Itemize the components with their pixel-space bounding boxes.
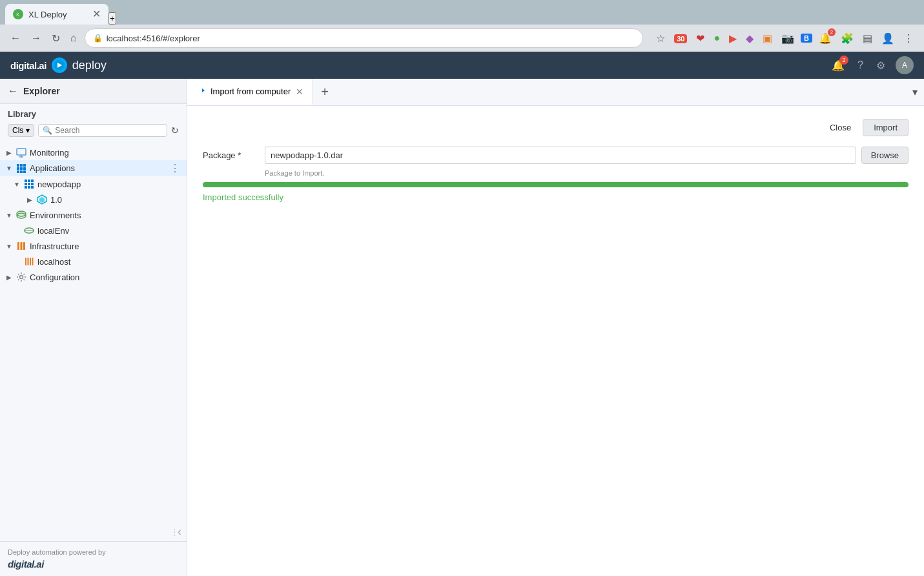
back-button[interactable]: ← — [8, 30, 23, 46]
lock-icon: 🔒 — [93, 34, 103, 43]
svg-rect-38 — [32, 258, 34, 265]
tree-toggle-environments: ▼ — [5, 211, 13, 219]
refresh-button[interactable]: ↻ — [171, 125, 179, 136]
tree-item-environments[interactable]: ▼ Environments — [0, 207, 187, 223]
package-label: Package * — [203, 150, 254, 160]
app-header: digital.ai deploy 🔔 2 ? ⚙ A — [0, 52, 924, 79]
success-message-wrap: Imported successfully — [203, 192, 909, 202]
infrastructure-label: Infrastructure — [30, 242, 181, 251]
svg-rect-20 — [28, 183, 30, 185]
cls-dropdown[interactable]: Cls ▾ — [8, 124, 34, 137]
svg-rect-19 — [25, 183, 27, 185]
content-panel: Close Import Package * Browse Package to… — [187, 106, 924, 576]
svg-rect-17 — [28, 180, 30, 182]
sidebar-title: Explorer — [23, 86, 60, 96]
tree-toggle-applications: ▼ — [5, 165, 13, 172]
browser-tab-title: XL Deploy — [28, 10, 67, 19]
tree-item-localhost[interactable]: localhost — [0, 254, 187, 269]
puzzle-button[interactable]: 🧩 — [838, 30, 856, 47]
applications-more-button[interactable]: ⋮ — [169, 162, 181, 174]
tab-import[interactable]: Import from computer ✕ — [187, 79, 313, 105]
import-button[interactable]: Import — [863, 119, 909, 136]
progress-bar — [203, 182, 909, 187]
search-input[interactable] — [55, 126, 163, 135]
environments-icon — [15, 209, 27, 221]
browser-tab[interactable]: X XL Deploy ✕ — [5, 4, 108, 25]
tab-close-button[interactable]: ✕ — [296, 87, 303, 96]
tree-item-localenv[interactable]: localEnv — [0, 223, 187, 238]
add-tab-button[interactable]: + — [313, 85, 336, 99]
new-tab-button[interactable]: + — [108, 12, 116, 25]
search-icon: 🔍 — [43, 126, 52, 135]
sidebar-header: ← Explorer — [0, 79, 187, 104]
ext5-button[interactable]: ▣ — [760, 30, 775, 47]
svg-rect-21 — [31, 183, 34, 185]
svg-rect-14 — [20, 170, 23, 173]
localenv-icon — [23, 225, 35, 236]
sidebar-toggle-button[interactable]: ▤ — [860, 30, 875, 47]
address-bar[interactable]: 🔒 localhost:4516/#/explorer — [85, 28, 643, 48]
applications-icon — [15, 163, 27, 174]
monitoring-label: Monitoring — [30, 148, 181, 158]
svg-rect-9 — [23, 164, 26, 167]
svg-point-39 — [20, 276, 23, 279]
tab-overflow-button[interactable]: ▾ — [906, 86, 924, 98]
library-tree: ▶ Monitoring ▼ — [0, 142, 187, 522]
camera-button[interactable]: 📷 — [779, 30, 797, 47]
browser-chrome: X XL Deploy ✕ + ← → ↻ ⌂ 🔒 localhost:4516… — [0, 0, 924, 52]
sidebar-footer: Deploy automation powered by digital.ai — [0, 541, 187, 576]
settings-icon-button[interactable]: ⚙ — [874, 57, 888, 74]
resize-area: ‹ ⋮ — [0, 522, 187, 541]
help-icon-button[interactable]: ? — [855, 57, 866, 74]
footer-powered-by-text: Deploy automation powered by — [8, 548, 179, 556]
package-form-row: Package * Browse — [203, 147, 909, 164]
chrome-ext-button[interactable]: ● — [711, 30, 723, 46]
infrastructure-icon — [15, 240, 27, 252]
svg-marker-40 — [197, 88, 205, 92]
tree-item-1-0[interactable]: ▶ 1.0 — [0, 192, 187, 207]
forward-button[interactable]: → — [28, 30, 44, 46]
youtube-button[interactable]: ▶ — [726, 30, 739, 47]
version-label: 1.0 — [50, 195, 181, 205]
tree-item-configuration[interactable]: ▶ Configuration — [0, 269, 187, 285]
tree-item-monitoring[interactable]: ▶ Monitoring — [0, 145, 187, 160]
package-input[interactable] — [265, 147, 856, 164]
ext7-button[interactable]: B — [801, 34, 812, 43]
package-input-wrap: Browse — [265, 147, 909, 164]
sidebar-resize-handle[interactable]: ⋮ — [181, 522, 187, 541]
svg-rect-15 — [23, 170, 26, 173]
tree-toggle-1-0: ▶ — [26, 196, 34, 203]
reload-button[interactable]: ↻ — [49, 30, 63, 47]
tree-item-infrastructure[interactable]: ▼ Infrastructure — [0, 238, 187, 254]
search-box[interactable]: 🔍 — [38, 124, 167, 137]
browser-toolbar: ← → ↻ ⌂ 🔒 localhost:4516/#/explorer ☆ 30… — [0, 25, 924, 52]
applications-label: Applications — [30, 163, 166, 173]
svg-rect-18 — [31, 180, 34, 182]
package-hint: Package to Import. — [265, 169, 909, 177]
tree-item-newpodapp[interactable]: ▼ newpodapp — [0, 176, 187, 192]
browser-tab-close[interactable]: ✕ — [92, 9, 101, 19]
svg-rect-22 — [25, 186, 27, 189]
main-content: Import from computer ✕ + ▾ Close Import … — [187, 79, 924, 576]
pocket-button[interactable]: ❤ — [693, 30, 707, 47]
home-button[interactable]: ⌂ — [68, 30, 79, 46]
tree-item-applications[interactable]: ▼ Applications ⋮ — [0, 160, 187, 176]
bookmark-star-button[interactable]: ☆ — [653, 30, 668, 47]
form-actions-top: Close Import — [203, 119, 909, 136]
bell-icon-button[interactable]: 🔔 2 — [829, 57, 847, 74]
svg-rect-29 — [17, 214, 26, 216]
tree-spacer-localenv — [13, 227, 21, 234]
menu-button[interactable]: ⋮ — [901, 30, 916, 47]
configuration-label: Configuration — [30, 273, 181, 282]
browse-button[interactable]: Browse — [861, 147, 909, 164]
user-profile-button[interactable]: 👤 — [879, 30, 897, 47]
ext4-button[interactable]: ◆ — [743, 30, 756, 47]
tab-arrow-icon — [196, 86, 205, 97]
app-title-text: deploy — [72, 59, 107, 72]
close-button[interactable]: Close — [823, 119, 857, 136]
user-avatar-button[interactable]: A — [896, 56, 914, 74]
library-section: Library Cls ▾ 🔍 ↻ — [0, 104, 187, 142]
svg-rect-13 — [17, 170, 19, 173]
sidebar-back-button[interactable]: ← — [8, 85, 18, 97]
extension-button[interactable]: 30 — [672, 30, 690, 46]
